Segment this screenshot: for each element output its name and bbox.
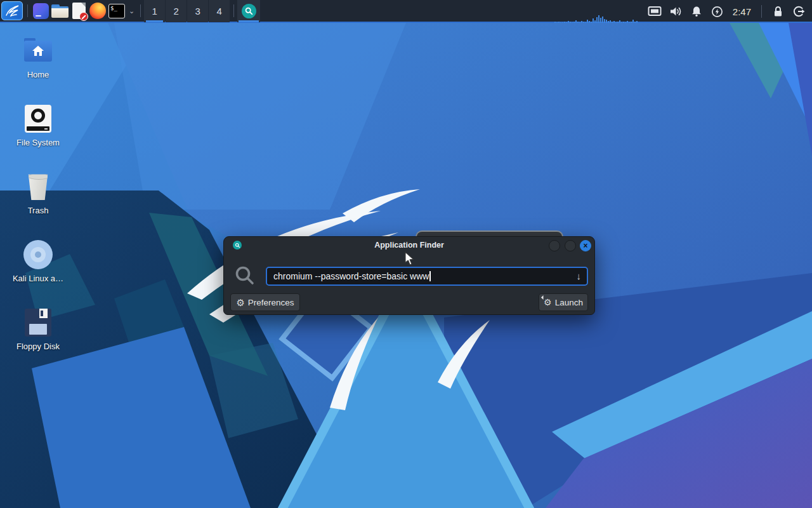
desktop-icon-label: Trash [8, 206, 69, 215]
desktop-icon-label: Kali Linux a… [8, 274, 69, 283]
volume-tray-button[interactable] [667, 3, 684, 20]
desktop-icon-label: File System [8, 138, 69, 147]
minimize-button[interactable] [549, 240, 560, 251]
workspace-button-3[interactable]: 3 [187, 0, 208, 22]
clock[interactable]: 2:47 [730, 6, 754, 17]
firefox-launcher[interactable] [88, 1, 107, 20]
desktop-icon-kali-cd[interactable]: Kali Linux a… [8, 239, 69, 283]
lock-screen-button[interactable] [769, 3, 786, 20]
mouse-cursor [405, 251, 416, 266]
maximize-button[interactable] [565, 240, 576, 251]
preferences-button[interactable]: ⚙ Preferences [230, 293, 300, 311]
trash-icon [26, 173, 50, 200]
kali-menu-button[interactable] [1, 1, 23, 20]
search-icon [234, 265, 256, 286]
notifications-icon [691, 6, 702, 17]
workspace-button-4[interactable]: 4 [209, 0, 230, 22]
app-finder-icon [242, 4, 256, 18]
floppy-icon [25, 309, 51, 337]
workspace-button-2[interactable]: 2 [166, 0, 187, 22]
panel-separator [761, 5, 762, 18]
cdrom-icon [23, 240, 53, 269]
file-manager-icon [51, 4, 69, 18]
application-finder-window: Application Finder × chromium --password… [223, 236, 595, 315]
text-editor-icon [72, 3, 86, 19]
home-folder-icon [24, 41, 52, 62]
close-button[interactable]: × [580, 240, 591, 251]
top-panel: $_ ⌄ 1 2 3 4 [0, 0, 812, 23]
run-icon: ⚙ [544, 298, 552, 307]
terminal-dropdown-chevron[interactable]: ⌄ [126, 7, 137, 15]
desktop-icon-home[interactable]: Home [8, 36, 69, 79]
kali-menu-icon [4, 4, 20, 18]
volume-icon [669, 6, 682, 17]
app-window-launcher[interactable] [31, 1, 50, 20]
window-title: Application Finder [224, 241, 594, 250]
desktop-icon-file-system[interactable]: File System [8, 104, 69, 147]
gear-icon: ⚙ [236, 298, 244, 307]
logout-button[interactable] [790, 3, 807, 20]
panel-separator [27, 4, 28, 17]
display-tray-button[interactable] [646, 3, 663, 20]
firefox-icon [89, 3, 106, 19]
audio-visualizer [554, 0, 638, 23]
desktop-icon-trash[interactable]: Trash [8, 171, 69, 215]
terminal-icon: $_ [108, 4, 125, 18]
desktop-icon-label: Floppy Disk [8, 342, 69, 351]
desktop-icon-label: Home [8, 70, 69, 79]
panel-separator [233, 4, 234, 17]
file-system-drive-icon [25, 105, 51, 133]
power-manager-icon [711, 6, 723, 18]
launch-button-label: Launch [555, 298, 583, 307]
app-window-icon [33, 3, 49, 19]
launch-button[interactable]: ⚙ Launch [539, 293, 588, 311]
power-manager-tray-button[interactable] [709, 3, 726, 20]
workspace-pager: 1 2 3 4 [144, 0, 230, 22]
search-input-value: chromium --password-store=basic www [273, 271, 429, 281]
search-input[interactable]: chromium --password-store=basic www ↓ [266, 267, 588, 286]
display-icon [648, 6, 662, 17]
file-manager-launcher[interactable] [50, 1, 69, 20]
terminal-launcher[interactable]: $_ [107, 1, 126, 20]
notifications-tray-button[interactable] [688, 3, 705, 20]
logout-icon [792, 5, 805, 18]
preferences-button-label: Preferences [248, 298, 294, 307]
desktop-icon-floppy[interactable]: Floppy Disk [8, 307, 69, 351]
panel-separator [140, 4, 141, 17]
text-editor-launcher[interactable] [69, 1, 88, 20]
workspace-button-1[interactable]: 1 [144, 0, 165, 22]
taskbar-application-finder[interactable] [237, 0, 260, 22]
text-caret [429, 271, 431, 281]
lock-icon [773, 6, 783, 17]
combo-arrow-icon[interactable]: ↓ [577, 271, 582, 281]
